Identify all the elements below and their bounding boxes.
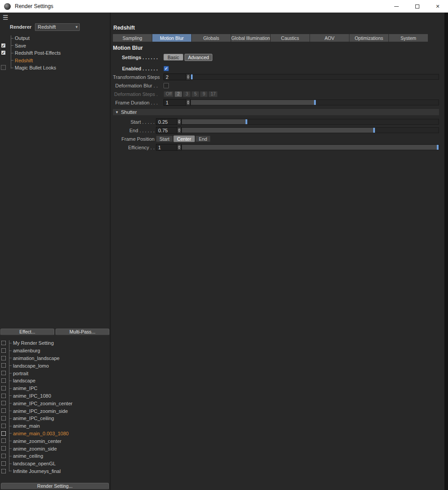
frame-position-center-button[interactable]: Center [173,135,195,142]
preset-label[interactable]: animation_landscape [13,356,60,361]
spinner-arrows-icon[interactable] [186,74,190,80]
preset-item[interactable]: amalienburg [0,347,110,355]
shutter-start-value[interactable]: 0.25 [156,119,177,125]
frame-duration-slider[interactable] [190,100,439,105]
tab-aov[interactable]: AOV [310,34,349,42]
frame-position-end-button[interactable]: End [195,135,211,142]
preset-item[interactable]: portrait [0,369,110,377]
preset-label[interactable]: anime_IPC_1080 [13,393,51,399]
render-state-icon[interactable] [1,454,6,458]
tree-item-label[interactable]: Magic Bullet Looks [15,65,56,70]
preset-item[interactable]: anime_zoomin_side [0,445,110,452]
preset-item[interactable]: anime_IPC_ceiling [0,415,110,422]
preset-label[interactable]: landscape_openGL [13,461,56,466]
preset-item[interactable]: anime_IPC_1080 [0,392,110,400]
render-state-icon[interactable] [1,371,6,375]
renderer-select[interactable]: Redshift ▾ [35,23,80,31]
preset-item[interactable]: landscape_lomo [0,362,110,369]
render-state-icon[interactable] [1,424,6,428]
deformation-steps-9-button[interactable]: 9 [200,91,208,97]
slider-handle[interactable] [191,74,193,79]
preset-item[interactable]: anime_main [0,422,110,430]
preset-label[interactable]: Infinite Journeys_final [13,468,60,474]
tree-item-magic-bullet-looks[interactable]: Magic Bullet Looks [0,64,110,72]
preset-label[interactable]: amalienburg [13,348,40,353]
frame-duration-field[interactable]: 1 [164,99,190,106]
preset-label[interactable]: My Render Setting [13,340,54,346]
tab-sampling[interactable]: Sampling [113,34,152,42]
transformation-steps-slider[interactable] [190,74,439,80]
preset-label[interactable]: anime_IPC [13,386,37,391]
render-state-icon[interactable] [1,438,6,443]
deformation-steps-17-button[interactable]: 17 [208,91,218,97]
deformation-steps-5-button[interactable]: 5 [191,91,199,97]
preset-label[interactable]: anime_IPC_zoomin_side [13,408,68,414]
preset-label[interactable]: landscape_lomo [13,363,49,369]
preset-item[interactable]: anime_zoomin_center [0,437,110,445]
render-state-icon[interactable] [1,341,6,345]
tree-item-label[interactable]: Redshift [15,58,33,63]
efficiency-value[interactable]: 1 [156,145,177,150]
menu-hamburger-icon[interactable]: ☰ [3,14,11,21]
preset-label[interactable]: anime_IPC_ceiling [13,416,54,421]
tree-item-label[interactable]: Output [15,35,30,41]
save-checkbox[interactable]: ✓ [1,43,6,48]
basic-mode-button[interactable]: Basic [164,54,183,61]
render-state-icon[interactable] [1,431,6,436]
maximize-button[interactable] [407,0,427,13]
render-state-icon[interactable] [1,408,6,413]
preset-item[interactable]: My Render Setting [0,339,110,347]
render-state-icon[interactable] [1,461,6,466]
preset-item[interactable]: landscape_openGL [0,460,110,468]
preset-item[interactable]: Infinite Journeys_final [0,468,110,475]
slider-handle[interactable] [246,119,247,124]
tab-global-illumination[interactable]: Global Illumination [231,34,270,42]
slider-handle[interactable] [373,128,375,133]
render-state-icon[interactable] [1,348,6,353]
render-state-icon[interactable] [1,386,6,390]
shutter-end-value[interactable]: 0.75 [156,128,177,133]
preset-item[interactable]: landscape [0,377,110,385]
render-state-icon[interactable] [1,416,6,421]
shutter-start-field[interactable]: 0.25 [156,118,181,125]
tree-item-save[interactable]: ✓ Save [0,42,110,50]
deformation-blur-checkbox[interactable] [164,83,169,88]
spinner-arrows-icon[interactable] [177,119,181,125]
shutter-end-field[interactable]: 0.75 [156,127,181,134]
redshift-post-effects-checkbox[interactable]: ✓ [1,50,6,55]
tab-system[interactable]: System [389,34,428,42]
minimize-button[interactable] [386,0,407,13]
preset-label[interactable]: anime_main [13,423,40,429]
tab-motion-blur[interactable]: Motion Blur [152,34,191,42]
spinner-arrows-icon[interactable] [177,127,181,133]
frame-duration-value[interactable]: 1 [164,100,186,105]
render-state-icon[interactable] [1,356,6,360]
slider-handle[interactable] [437,145,439,150]
magic-bullet-looks-checkbox[interactable] [1,65,6,70]
preset-label[interactable]: portrait [13,371,28,376]
tab-caustics[interactable]: Caustics [271,34,310,42]
transformation-steps-field[interactable]: 2 [164,74,190,80]
render-state-icon[interactable] [1,401,6,405]
preset-item[interactable]: anime_IPC_zoomin_side [0,407,110,415]
collapse-arrow-icon[interactable]: ▼ [115,110,119,114]
tab-globals[interactable]: Globals [192,34,231,42]
scrollbar-track[interactable] [444,13,448,490]
tree-item-label[interactable]: Save [15,43,26,48]
preset-label[interactable]: anime_IPC_zoomin_center [13,401,73,406]
tab-optimizations[interactable]: Optimizations [349,34,388,42]
enabled-checkbox[interactable]: ✓ [164,66,169,71]
tree-item-redshift[interactable]: Redshift [0,57,110,65]
preset-label[interactable]: anime_ceiling [13,453,43,459]
transformation-steps-value[interactable]: 2 [164,74,186,80]
render-state-icon[interactable] [1,446,6,451]
render-state-icon[interactable] [1,363,6,368]
preset-item[interactable]: anime_IPC [0,385,110,392]
slider-handle[interactable] [314,100,316,105]
preset-item[interactable]: anime_ceiling [0,452,110,460]
preset-label[interactable]: anime_zoomin_center [13,438,61,444]
render-setting-button[interactable]: Render Setting... [1,483,109,490]
multi-pass-button[interactable]: Multi-Pass... [56,329,109,335]
shutter-start-slider[interactable] [181,119,439,125]
spinner-arrows-icon[interactable] [177,144,181,150]
